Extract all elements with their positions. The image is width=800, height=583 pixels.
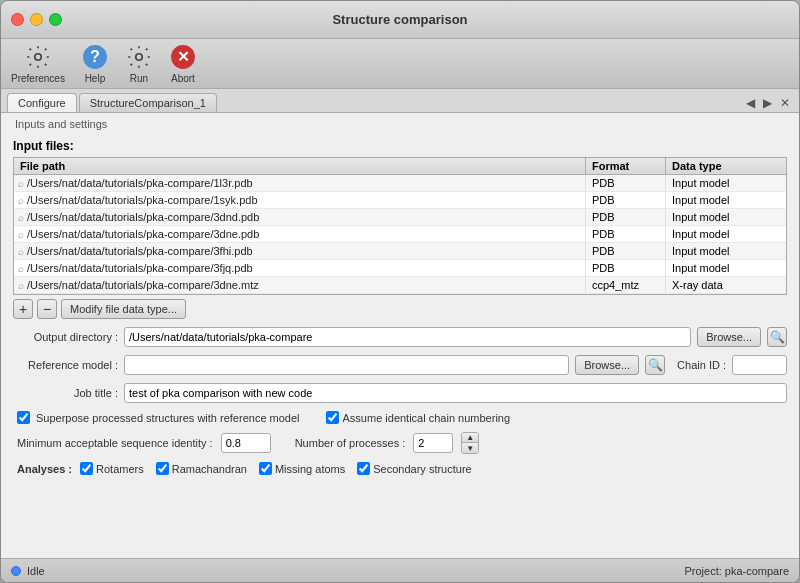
tab-close-button[interactable]: ✕ [777,96,793,110]
tab-prev-button[interactable]: ◀ [743,96,758,110]
run-icon [125,43,153,71]
main-window: Structure comparison Preferences ? Help … [0,0,800,583]
min-seq-input[interactable] [221,433,271,453]
file-path-text: /Users/nat/data/tutorials/pka-compare/3d… [27,279,259,291]
window-title: Structure comparison [332,12,467,27]
preferences-icon [24,43,52,71]
modify-file-type-button[interactable]: Modify file data type... [61,299,186,319]
table-row[interactable]: ⌕ /Users/nat/data/tutorials/pka-compare/… [14,243,786,260]
table-row[interactable]: ⌕ /Users/nat/data/tutorials/pka-compare/… [14,277,786,294]
file-datatype-cell: Input model [666,192,786,208]
file-path-text: /Users/nat/data/tutorials/pka-compare/3f… [27,245,253,257]
ramachandran-label: Ramachandran [172,463,247,475]
chain-id-input[interactable] [732,355,787,375]
file-datatype-cell: Input model [666,175,786,191]
svg-point-0 [35,54,42,61]
abort-button[interactable]: ✕ Abort [169,43,197,84]
output-dir-label: Output directory : [13,331,118,343]
table-row[interactable]: ⌕ /Users/nat/data/tutorials/pka-compare/… [14,226,786,243]
file-icon: ⌕ [18,195,24,206]
job-title-input[interactable] [124,383,787,403]
chain-id-label: Chain ID : [677,359,726,371]
col-path-header: File path [14,158,586,174]
file-format-cell: PDB [586,175,666,191]
file-table: File path Format Data type ⌕ /Users/nat/… [13,157,787,295]
abort-icon: ✕ [169,43,197,71]
superpose-checkbox[interactable] [17,411,30,424]
file-datatype-cell: Input model [666,209,786,225]
tab-structure-comparison[interactable]: StructureComparison_1 [79,93,217,112]
status-left: Idle [11,565,45,577]
secondary-structure-group: Secondary structure [357,462,471,475]
table-row[interactable]: ⌕ /Users/nat/data/tutorials/pka-compare/… [14,192,786,209]
file-path-cell: ⌕ /Users/nat/data/tutorials/pka-compare/… [14,243,586,259]
file-path-text: /Users/nat/data/tutorials/pka-compare/3d… [27,228,259,240]
table-row[interactable]: ⌕ /Users/nat/data/tutorials/pka-compare/… [14,209,786,226]
file-path-text: /Users/nat/data/tutorials/pka-compare/3d… [27,211,259,223]
seq-processes-row: Minimum acceptable sequence identity : N… [13,432,787,454]
file-icon: ⌕ [18,263,24,274]
col-format-header: Format [586,158,666,174]
num-processes-spinner[interactable]: ▲ ▼ [461,432,479,454]
file-datatype-cell: Input model [666,226,786,242]
status-text: Idle [27,565,45,577]
reference-model-label: Reference model : [13,359,118,371]
preferences-label: Preferences [11,73,65,84]
ramachandran-checkbox[interactable] [156,462,169,475]
svg-text:?: ? [90,47,100,65]
file-format-cell: PDB [586,192,666,208]
main-content: Input files: File path Format Data type … [1,131,799,558]
file-icon: ⌕ [18,212,24,223]
file-datatype-cell: Input model [666,243,786,259]
num-processes-input[interactable] [413,433,453,453]
reference-model-input[interactable] [124,355,569,375]
status-indicator [11,566,21,576]
project-text: Project: pka-compare [684,565,789,577]
output-dir-mag-button[interactable]: 🔍 [767,327,787,347]
file-icon: ⌕ [18,246,24,257]
input-files-section: Input files: File path Format Data type … [13,139,787,319]
ramachandran-group: Ramachandran [156,462,247,475]
superpose-row: Superpose processed structures with refe… [13,411,787,424]
file-path-cell: ⌕ /Users/nat/data/tutorials/pka-compare/… [14,175,586,191]
missing-atoms-checkbox[interactable] [259,462,272,475]
analyses-label: Analyses : [17,463,72,475]
file-format-cell: PDB [586,209,666,225]
file-icon: ⌕ [18,229,24,240]
file-path-text: /Users/nat/data/tutorials/pka-compare/1s… [27,194,258,206]
rotamers-checkbox[interactable] [80,462,93,475]
section-label: Inputs and settings [15,118,107,130]
close-button[interactable] [11,13,24,26]
output-dir-browse-button[interactable]: Browse... [697,327,761,347]
toolbar: Preferences ? Help Run ✕ Abort [1,39,799,89]
reference-model-browse-button[interactable]: Browse... [575,355,639,375]
file-datatype-cell: Input model [666,260,786,276]
remove-file-button[interactable]: − [37,299,57,319]
help-icon: ? [81,43,109,71]
maximize-button[interactable] [49,13,62,26]
preferences-button[interactable]: Preferences [11,43,65,84]
help-button[interactable]: ? Help [81,43,109,84]
tab-configure[interactable]: Configure [7,93,77,112]
output-dir-input[interactable] [124,327,691,347]
analyses-row: Analyses : Rotamers Ramachandran Missing… [13,462,787,475]
reference-model-mag-button[interactable]: 🔍 [645,355,665,375]
run-button[interactable]: Run [125,43,153,84]
table-row[interactable]: ⌕ /Users/nat/data/tutorials/pka-compare/… [14,260,786,277]
file-actions: + − Modify file data type... [13,299,787,319]
file-format-cell: PDB [586,226,666,242]
identical-chain-checkbox[interactable] [326,411,339,424]
secondary-structure-checkbox[interactable] [357,462,370,475]
secondary-structure-label: Secondary structure [373,463,471,475]
table-row[interactable]: ⌕ /Users/nat/data/tutorials/pka-compare/… [14,175,786,192]
col-datatype-header: Data type [666,158,786,174]
section-header: Inputs and settings [1,113,799,131]
svg-text:✕: ✕ [176,48,189,65]
rotamers-label: Rotamers [96,463,144,475]
spinner-up-button[interactable]: ▲ [462,433,478,443]
spinner-down-button[interactable]: ▼ [462,443,478,453]
tab-bar: Configure StructureComparison_1 ◀ ▶ ✕ [1,89,799,113]
tab-next-button[interactable]: ▶ [760,96,775,110]
add-file-button[interactable]: + [13,299,33,319]
minimize-button[interactable] [30,13,43,26]
